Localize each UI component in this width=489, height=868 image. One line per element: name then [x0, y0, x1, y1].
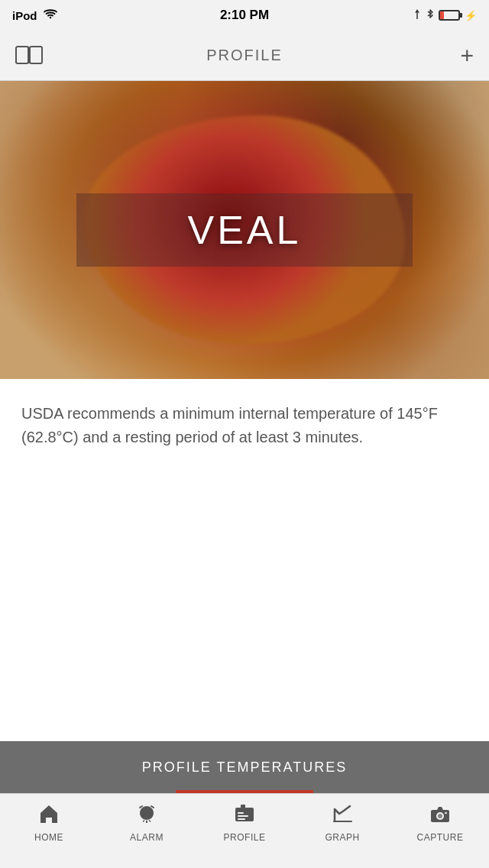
profile-temperatures-label: PROFILE TEMPERATURES [142, 760, 347, 776]
nav-title: PROFILE [206, 47, 283, 64]
home-icon [38, 803, 60, 828]
tab-capture[interactable]: CAPTURE [391, 803, 489, 843]
tab-alarm[interactable]: ALARM [98, 803, 196, 843]
device-name: iPod [12, 9, 37, 22]
profile-icon [234, 803, 255, 828]
svg-rect-7 [238, 815, 248, 817]
hero-label: VEAL [188, 207, 302, 253]
book-button[interactable] [15, 44, 43, 67]
graph-icon [332, 803, 353, 828]
status-time: 2:10 PM [220, 8, 269, 23]
location-icon [413, 9, 422, 22]
svg-rect-5 [241, 805, 245, 808]
alarm-icon [136, 803, 157, 828]
svg-rect-8 [238, 818, 245, 820]
book-icon [15, 45, 43, 66]
bluetooth-icon [426, 9, 434, 22]
svg-rect-1 [30, 47, 42, 63]
wifi-icon [44, 9, 57, 22]
hero-section: VEAL [0, 81, 489, 379]
camera-icon [429, 803, 451, 828]
status-left: iPod [12, 9, 57, 22]
svg-point-12 [438, 814, 442, 818]
status-bar: iPod 2:10 PM ⚡ [0, 0, 489, 31]
status-right: ⚡ [413, 9, 477, 22]
charging-icon: ⚡ [465, 10, 477, 21]
tab-profile[interactable]: PROFILE [196, 803, 293, 843]
tab-profile-label: PROFILE [224, 832, 266, 843]
description-section: USDA recommends a minimum internal tempe… [0, 379, 489, 465]
nav-bar: PROFILE + [0, 31, 489, 81]
tab-alarm-label: ALARM [130, 832, 164, 843]
svg-rect-3 [146, 821, 147, 823]
battery-fill [440, 11, 444, 19]
profile-temperatures-bar[interactable]: PROFILE TEMPERATURES [0, 741, 489, 793]
svg-rect-6 [238, 812, 244, 814]
tab-home[interactable]: HOME [0, 803, 98, 843]
tab-bar: HOME ALARM PROFILE [0, 793, 489, 868]
description-text: USDA recommends a minimum internal tempe… [21, 402, 468, 449]
battery-indicator [439, 10, 460, 21]
add-button[interactable]: + [460, 44, 474, 67]
svg-rect-13 [445, 812, 447, 814]
tab-home-label: HOME [34, 832, 63, 843]
tab-graph[interactable]: GRAPH [293, 803, 391, 843]
svg-rect-0 [16, 47, 28, 63]
tab-capture-label: CAPTURE [417, 832, 464, 843]
hero-label-container: VEAL [76, 193, 413, 267]
tab-graph-label: GRAPH [325, 832, 359, 843]
